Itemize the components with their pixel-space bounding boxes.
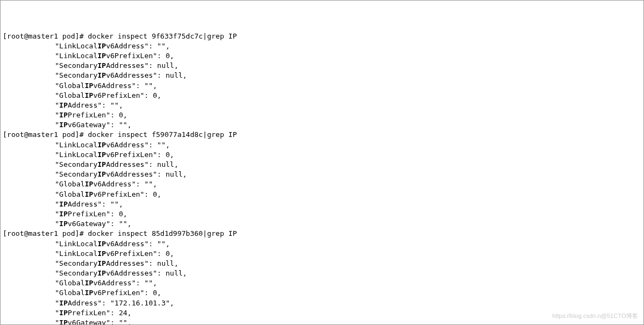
output-line: "SecondaryIPv6Addresses": null, xyxy=(3,268,641,278)
output-line: "GlobalIPv6PrefixLen": 0, xyxy=(3,288,641,298)
command-line: [root@master1 pod]# docker inspect f5907… xyxy=(3,130,641,140)
output-line: "LinkLocalIPv6PrefixLen": 0, xyxy=(3,51,641,61)
output-line: "IPAddress": "", xyxy=(3,101,641,110)
output-line: "LinkLocalIPv6PrefixLen": 0, xyxy=(3,249,641,259)
terminal-output[interactable]: [root@master1 pod]# docker inspect 9f633… xyxy=(3,32,641,325)
output-line: "IPPrefixLen": 24, xyxy=(3,308,641,318)
watermark-text: https://blog.csdn.n@51CTO博客 xyxy=(552,312,638,320)
output-line: "GlobalIPv6PrefixLen": 0, xyxy=(3,91,641,101)
output-line: "SecondaryIPAddresses": null, xyxy=(3,259,641,268)
output-line: "GlobalIPv6Address": "", xyxy=(3,278,641,288)
output-line: "IPAddress": "172.16.101.3", xyxy=(3,298,641,308)
output-line: "IPv6Gateway": "", xyxy=(3,318,641,325)
output-line: "IPAddress": "", xyxy=(3,199,641,209)
output-line: "SecondaryIPAddresses": null, xyxy=(3,160,641,170)
output-line: "SecondaryIPAddresses": null, xyxy=(3,61,641,71)
output-line: "GlobalIPv6PrefixLen": 0, xyxy=(3,190,641,199)
output-line: "GlobalIPv6Address": "", xyxy=(3,81,641,91)
output-line: "LinkLocalIPv6PrefixLen": 0, xyxy=(3,150,641,160)
output-line: "IPPrefixLen": 0, xyxy=(3,209,641,219)
shell-prompt: [root@master1 pod]# xyxy=(3,130,88,139)
command-line: [root@master1 pod]# docker inspect 9f633… xyxy=(3,32,641,41)
output-line: "IPPrefixLen": 0, xyxy=(3,110,641,120)
output-line: "SecondaryIPv6Addresses": null, xyxy=(3,71,641,80)
command-text: docker inspect 85d1d997b360|grep IP xyxy=(88,229,237,238)
command-text: docker inspect 9f633f75dc7c|grep IP xyxy=(88,32,237,40)
output-line: "LinkLocalIPv6Address": "", xyxy=(3,140,641,150)
output-line: "GlobalIPv6Address": "", xyxy=(3,179,641,189)
output-line: "IPv6Gateway": "", xyxy=(3,219,641,229)
output-line: "LinkLocalIPv6Address": "", xyxy=(3,41,641,51)
command-line: [root@master1 pod]# docker inspect 85d1d… xyxy=(3,229,641,239)
output-line: "SecondaryIPv6Addresses": null, xyxy=(3,170,641,179)
shell-prompt: [root@master1 pod]# xyxy=(3,32,88,40)
output-line: "LinkLocalIPv6Address": "", xyxy=(3,239,641,249)
command-text: docker inspect f59077a14d8c|grep IP xyxy=(88,130,237,139)
shell-prompt: [root@master1 pod]# xyxy=(3,229,88,238)
output-line: "IPv6Gateway": "", xyxy=(3,120,641,130)
